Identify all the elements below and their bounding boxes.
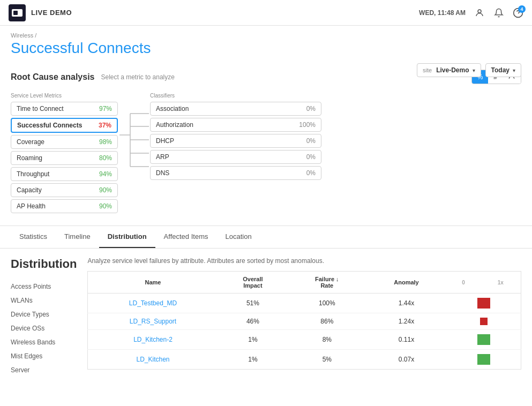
dist-sidebar-item-device-oss[interactable]: Device OSs (11, 321, 77, 335)
classifier-item-association: Association 0% (150, 102, 321, 116)
metrics-panel: Service Level Metrics Time to Connect 97… (11, 93, 118, 215)
classifiers-panel: Classifiers Association 0% Authorization… (150, 93, 321, 182)
metric-name: Time to Connect (17, 105, 64, 112)
classifier-pct: 0% (306, 153, 316, 161)
metric-item-capacity[interactable]: Capacity 90% (11, 183, 118, 197)
header-time: WED, 11:48 AM (419, 9, 466, 17)
bar-cell (447, 330, 521, 350)
cell-name: LD_Testbed_MD (88, 294, 218, 313)
metric-pct: 98% (99, 138, 112, 146)
classifier-item-arp: ARP 0% (150, 150, 321, 164)
notification-badge: 4 (518, 5, 526, 13)
dist-table: Name OverallImpact Failure ↓Rate Anomaly… (87, 271, 521, 370)
metric-item-ap-health[interactable]: AP Health 90% (11, 199, 118, 213)
period-selector[interactable]: Today ▾ (485, 63, 521, 77)
row-link[interactable]: LD_RS_Support (130, 318, 176, 325)
bar-rect-red-high (477, 298, 490, 309)
header-left: LIVE DEMO (9, 4, 72, 21)
table-row: LD_Testbed_MD 51% 100% 1.44x (88, 294, 521, 313)
cell-impact: 1% (218, 350, 288, 370)
period-chevron-icon: ▾ (513, 67, 515, 73)
table-row: LD_Kitchen-2 1% 8% 0.11x (88, 330, 521, 350)
metric-name: AP Health (17, 202, 46, 210)
tabs: StatisticsTimelineDistributionAffected I… (11, 226, 521, 248)
col-scale-0: 0 (447, 272, 481, 294)
cell-impact: 51% (218, 294, 288, 313)
dist-sidebar-item-wireless-bands[interactable]: Wireless Bands (11, 335, 77, 349)
tab-statistics[interactable]: Statistics (11, 226, 56, 248)
classifier-name: Association (156, 105, 189, 112)
help-icon[interactable]: 4 (513, 7, 523, 18)
site-value: Live-Demo (436, 66, 469, 74)
dist-sidebar-items: Access PointsWLANsDevice TypesDevice OSs… (11, 280, 77, 377)
dist-sidebar: Distribution Access PointsWLANsDevice Ty… (11, 257, 77, 377)
bar-cell (447, 294, 521, 313)
classifier-item-dns: DNS 0% (150, 166, 321, 180)
site-selector[interactable]: site Live-Demo ▾ (417, 63, 481, 77)
dist-sidebar-item-wlans[interactable]: WLANs (11, 294, 77, 307)
classifier-pct: 0% (306, 105, 316, 112)
cell-name: LD_Kitchen (88, 350, 218, 370)
dist-title: Distribution (11, 257, 77, 271)
dist-sidebar-item-server[interactable]: Server (11, 363, 77, 377)
connector-area (118, 93, 150, 217)
site-chevron-icon: ▾ (473, 67, 475, 73)
metric-item-successful-connects[interactable]: Successful Connects 37% (11, 118, 118, 133)
row-link[interactable]: LD_Testbed_MD (129, 299, 177, 307)
classifier-name: ARP (156, 153, 169, 161)
site-label: site (423, 67, 432, 73)
tab-location[interactable]: Location (216, 226, 260, 248)
bar-rect-red-mid (480, 318, 488, 325)
metric-name: Successful Connects (17, 122, 82, 129)
rca-subtitle: Select a metric to analyze (101, 73, 175, 81)
classifier-item-authorization: Authorization 100% (150, 118, 321, 132)
classifier-name: Authorization (156, 121, 193, 129)
metric-item-throughput[interactable]: Throughput 94% (11, 167, 118, 181)
row-link[interactable]: LD_Kitchen-2 (133, 336, 173, 343)
tab-affected-items[interactable]: Affected Items (155, 226, 217, 248)
classifiers-list: Association 0% Authorization 100% DHCP 0… (150, 102, 321, 180)
rca-section: Root Cause analysis Select a metric to a… (0, 61, 532, 226)
row-link[interactable]: LD_Kitchen (136, 356, 169, 363)
cell-name: LD_Kitchen-2 (88, 330, 218, 350)
bar-rect-green (477, 354, 490, 365)
classifier-pct: 0% (306, 137, 316, 145)
tabs-section: StatisticsTimelineDistributionAffected I… (0, 226, 532, 249)
header: LIVE DEMO WED, 11:48 AM 4 (0, 0, 532, 26)
dist-table-head: Name OverallImpact Failure ↓Rate Anomaly… (88, 272, 521, 294)
dist-table-body: LD_Testbed_MD 51% 100% 1.44x LD_RS_Suppo… (88, 294, 521, 370)
bar-cell (447, 313, 521, 330)
logo (9, 4, 26, 21)
metric-pct: 94% (99, 170, 112, 178)
dist-subtitle: Analyze service level failures by attrib… (87, 257, 521, 265)
dist-table-header-row: Name OverallImpact Failure ↓Rate Anomaly… (88, 272, 521, 294)
dist-sidebar-item-access-points[interactable]: Access Points (11, 280, 77, 294)
bell-icon[interactable] (493, 7, 504, 18)
tab-distribution[interactable]: Distribution (99, 226, 155, 248)
bar-cell (447, 350, 521, 370)
tab-timeline[interactable]: Timeline (56, 226, 99, 248)
metric-item-time-to-connect[interactable]: Time to Connect 97% (11, 102, 118, 116)
dist-content: Analyze service level failures by attrib… (87, 257, 521, 377)
metric-item-coverage[interactable]: Coverage 98% (11, 135, 118, 149)
rca-title: Root Cause analysis (11, 72, 95, 82)
metric-name: Capacity (17, 186, 42, 194)
dist-sidebar-item-mist-edges[interactable]: Mist Edges (11, 349, 77, 363)
classifier-name: DHCP (156, 137, 174, 145)
classifier-pct: 0% (306, 169, 316, 177)
metric-pct: 90% (99, 186, 112, 194)
metric-pct: 97% (99, 105, 112, 112)
page-controls: site Live-Demo ▾ Today ▾ (417, 63, 521, 77)
app-name: LIVE DEMO (31, 9, 72, 17)
col-failure: Failure ↓Rate (288, 272, 366, 294)
metric-item-roaming[interactable]: Roaming 80% (11, 151, 118, 165)
metrics-list: Time to Connect 97% Successful Connects … (11, 102, 118, 213)
dist-sidebar-item-device-types[interactable]: Device Types (11, 307, 77, 321)
page-title: Successful Connects (11, 40, 521, 57)
col-name: Name (88, 272, 218, 294)
cell-name: LD_RS_Support (88, 313, 218, 330)
cell-failure-rate: 100% (288, 294, 366, 313)
connector-svg (119, 104, 149, 217)
cell-anomaly: 0.11x (366, 330, 446, 350)
user-icon[interactable] (474, 7, 485, 18)
